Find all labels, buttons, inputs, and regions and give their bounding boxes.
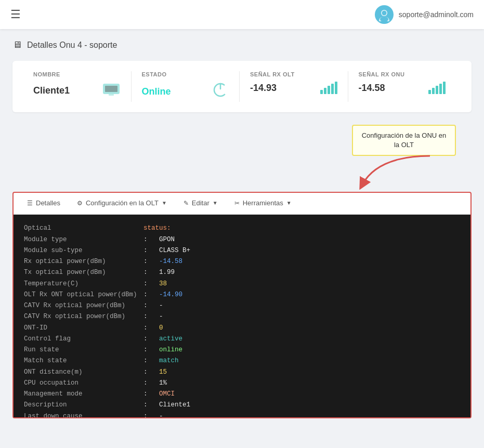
terminal-line: Tx optical power(dBm): 1.99 bbox=[24, 267, 460, 278]
page-icon: 🖥 bbox=[12, 39, 22, 50]
chevron-down-icon-2: ▼ bbox=[213, 200, 218, 206]
tab-editar[interactable]: ✎ Editar ▼ bbox=[175, 193, 226, 214]
stat-estado: ESTADO Online bbox=[132, 71, 240, 102]
tab-detalles-label: Detalles bbox=[36, 199, 60, 207]
tab-detalles[interactable]: ☰ Detalles bbox=[19, 193, 69, 214]
signal-bars-olt bbox=[320, 82, 337, 94]
stat-signal-onu-value: -14.58 bbox=[359, 83, 385, 94]
stat-estado-label: ESTADO bbox=[142, 71, 229, 77]
gear-icon: ⚙ bbox=[77, 200, 83, 207]
header: ☰ soporte@adminolt.com bbox=[0, 0, 484, 29]
terminal-line: CPU occupation: 1% bbox=[24, 378, 460, 389]
chevron-down-icon: ▼ bbox=[162, 200, 167, 206]
tabs-bar: ☰ Detalles ⚙ Configuración en la OLT ▼ ✎… bbox=[14, 193, 470, 215]
terminal-line: CATV Rx optical power(dBm): - bbox=[24, 300, 460, 311]
terminal-line: ONT-ID: 0 bbox=[24, 323, 460, 334]
terminal[interactable]: Optical status:Module type: GPONModule s… bbox=[14, 215, 470, 417]
terminal-line: CATV Rx optical power(dBm): - bbox=[24, 311, 460, 322]
stat-signal-olt-value: -14.93 bbox=[250, 83, 277, 94]
terminal-line: Control flag: active bbox=[24, 334, 460, 345]
stats-row: NOMBRE Cliente1 ESTADO Online bbox=[12, 61, 472, 112]
breadcrumb: 🖥 Detalles Onu 4 - soporte bbox=[12, 39, 472, 50]
svg-point-2 bbox=[382, 11, 386, 16]
list-icon: ☰ bbox=[27, 200, 33, 207]
stat-signal-onu: SEÑAL RX ONU -14.58 bbox=[348, 71, 456, 102]
terminal-line: Rx optical power(dBm): -14.58 bbox=[24, 256, 460, 267]
terminal-line: Optical status: bbox=[24, 223, 460, 234]
avatar bbox=[375, 5, 394, 24]
terminal-line: Module sub-type: CLASS B+ bbox=[24, 245, 460, 256]
stat-signal-olt: SEÑAL RX OLT -14.93 bbox=[240, 71, 348, 102]
stat-nombre-label: NOMBRE bbox=[33, 71, 121, 77]
stat-nombre-value: Cliente1 bbox=[33, 85, 70, 96]
device-icon bbox=[102, 82, 121, 100]
hamburger-menu[interactable]: ☰ bbox=[10, 8, 21, 21]
power-icon bbox=[212, 82, 229, 102]
terminal-line: ONT distance(m): 15 bbox=[24, 367, 460, 378]
tab-herramientas[interactable]: ✂ Herramientas ▼ bbox=[226, 193, 300, 214]
svg-rect-5 bbox=[105, 86, 117, 92]
page-title: Detalles Onu 4 - soporte bbox=[27, 41, 117, 50]
tab-herramientas-label: Herramientas bbox=[243, 199, 283, 207]
stat-nombre: NOMBRE Cliente1 bbox=[28, 71, 132, 102]
stat-signal-onu-label: SEÑAL RX ONU bbox=[359, 71, 446, 77]
tools-icon: ✂ bbox=[234, 200, 240, 207]
terminal-line: OLT Rx ONT optical power(dBm): -14.90 bbox=[24, 289, 460, 300]
terminal-line: Match state: match bbox=[24, 355, 460, 366]
svg-rect-6 bbox=[109, 94, 114, 96]
terminal-line: Description: Cliente1 bbox=[24, 400, 460, 411]
tab-configuracion[interactable]: ⚙ Configuración en la OLT ▼ bbox=[69, 193, 175, 214]
user-email: soporte@adminolt.com bbox=[399, 10, 474, 19]
tab-configuracion-label: Configuración en la OLT bbox=[86, 199, 159, 207]
terminal-line: Run state: online bbox=[24, 345, 460, 355]
terminal-line: Management mode: OMCI bbox=[24, 389, 460, 400]
chevron-down-icon-3: ▼ bbox=[286, 200, 292, 206]
tabs-and-terminal: ☰ Detalles ⚙ Configuración en la OLT ▼ ✎… bbox=[12, 192, 472, 418]
user-info: soporte@adminolt.com bbox=[375, 5, 474, 24]
terminal-line: Module type: GPON bbox=[24, 234, 460, 245]
signal-bars-onu bbox=[428, 82, 446, 94]
page-content: 🖥 Detalles Onu 4 - soporte NOMBRE Client… bbox=[0, 29, 484, 429]
stat-estado-value: Online bbox=[142, 86, 171, 97]
terminal-line: Last down cause: - bbox=[24, 411, 460, 418]
stat-signal-olt-label: SEÑAL RX OLT bbox=[250, 71, 337, 77]
callout-arrow bbox=[347, 151, 440, 190]
tab-editar-label: Editar bbox=[192, 199, 210, 207]
terminal-line: Temperature(C): 38 bbox=[24, 279, 460, 289]
edit-icon: ✎ bbox=[184, 200, 189, 207]
